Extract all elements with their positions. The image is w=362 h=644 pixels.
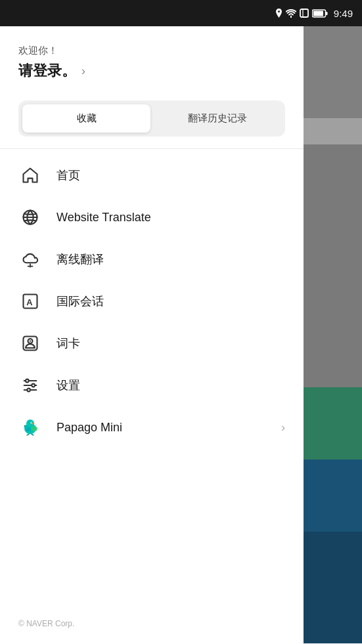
welcome-text: 欢迎你！ — [18, 45, 285, 57]
tab-history[interactable]: 翻译历史记录 — [153, 104, 281, 133]
menu-label-settings: 设置 — [57, 377, 285, 393]
status-bar: 9:49 — [0, 0, 362, 26]
menu-item-offline-translate[interactable]: 离线翻译 — [9, 238, 294, 280]
header: 欢迎你！ 请登录。 › — [0, 26, 304, 94]
settings-icon — [18, 374, 42, 397]
menu-item-website-translate[interactable]: Website Translate — [9, 196, 294, 238]
wifi-icon — [286, 9, 296, 18]
menu-item-home[interactable]: 首页 — [9, 154, 294, 196]
login-chevron-icon: › — [81, 64, 85, 78]
papago-icon — [18, 416, 42, 439]
svg-point-24 — [32, 422, 32, 423]
svg-point-26 — [26, 427, 31, 432]
menu-item-papago-mini[interactable]: Papago Mini › — [9, 406, 294, 448]
svg-point-0 — [278, 11, 280, 12]
menu-label-home: 首页 — [57, 167, 285, 183]
svg-text:A: A — [26, 297, 32, 307]
globe-icon — [18, 205, 42, 229]
svg-point-19 — [32, 384, 35, 387]
right-mid-gray — [304, 144, 362, 387]
svg-point-14 — [30, 340, 31, 341]
menu-item-settings[interactable]: 设置 — [9, 364, 294, 406]
svg-rect-4 — [313, 11, 323, 16]
card-icon — [18, 332, 42, 355]
svg-point-20 — [27, 389, 30, 392]
menu-list: 首页 Website Translate — [0, 154, 304, 448]
menu-item-wordcard[interactable]: 词卡 — [9, 322, 294, 364]
right-top-gray — [304, 26, 362, 118]
menu-label-wordcard: 词卡 — [57, 335, 285, 351]
status-time: 9:49 — [334, 8, 353, 19]
menu-label-papago-mini: Papago Mini — [57, 421, 267, 435]
right-panel — [304, 26, 362, 644]
divider — [0, 148, 304, 149]
menu-item-international-talk[interactable]: A 国际会话 — [9, 280, 294, 322]
right-green — [304, 387, 362, 460]
menu-label-website-translate: Website Translate — [57, 211, 285, 225]
footer: © NAVER Corp. — [18, 619, 74, 628]
tab-container: 收藏 翻译历史记录 — [18, 100, 285, 137]
right-teal — [304, 460, 362, 532]
papago-mini-arrow-icon: › — [281, 421, 285, 435]
tab-favorites[interactable]: 收藏 — [22, 104, 150, 133]
signal-icon — [300, 9, 309, 18]
menu-label-international-talk: 国际会话 — [57, 293, 285, 309]
svg-point-18 — [26, 379, 29, 383]
login-row[interactable]: 请登录。 › — [18, 61, 285, 81]
svg-point-25 — [31, 426, 37, 431]
login-text: 请登录。 — [18, 61, 76, 81]
battery-icon — [312, 9, 328, 18]
cloud-icon — [18, 247, 42, 271]
svg-rect-1 — [300, 9, 308, 17]
svg-rect-5 — [326, 12, 328, 15]
font-icon: A — [18, 290, 42, 313]
right-mid-light — [304, 118, 362, 144]
home-icon — [18, 163, 42, 187]
menu-label-offline-translate: 离线翻译 — [57, 251, 285, 267]
drawer: 欢迎你！ 请登录。 › 收藏 翻译历史记录 首页 — [0, 26, 304, 644]
copyright-text: © NAVER Corp. — [18, 619, 74, 628]
location-icon — [275, 9, 283, 18]
status-icons: 9:49 — [275, 8, 353, 19]
right-blue — [304, 532, 362, 643]
